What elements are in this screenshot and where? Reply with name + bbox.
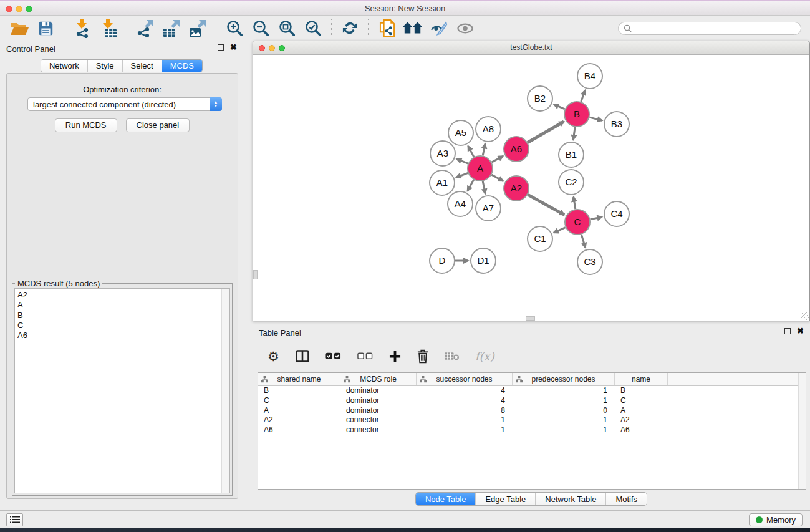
horizontal-scroll-thumb[interactable] [526, 316, 535, 321]
column-header[interactable]: successor nodes [417, 373, 513, 385]
table-toolbar: ⚙ f(x) [259, 342, 804, 370]
graph-edge-A6-B[interactable] [528, 122, 564, 143]
vertical-scroll-thumb[interactable] [253, 270, 258, 279]
search-input[interactable] [632, 24, 796, 32]
tab-network-table[interactable]: Network Table [535, 493, 605, 505]
close-panel-button[interactable]: Close panel [126, 118, 190, 132]
list-item[interactable]: A6 [17, 331, 219, 341]
optimization-criterion-label: Optimization criterion: [7, 85, 238, 94]
zoom-out-button[interactable] [250, 19, 271, 37]
result-list-scrollbar[interactable] [221, 289, 229, 493]
graph-edge-A-A6[interactable] [492, 156, 503, 162]
table-settings-button[interactable]: ⚙ [268, 350, 279, 363]
graph-edge-A-A5[interactable] [468, 146, 475, 157]
table-row[interactable]: Cdominator41C [258, 396, 798, 406]
refresh-layout-button[interactable] [339, 19, 360, 37]
function-builder-button[interactable]: f(x) [475, 350, 494, 363]
list-item[interactable]: A2 [17, 290, 219, 300]
open-folder-icon [10, 21, 29, 36]
graph-edge-C-C3[interactable] [581, 235, 586, 248]
export-table-icon [163, 19, 181, 37]
tab-node-table[interactable]: Node Table [416, 493, 476, 505]
zoom-fit-button[interactable] [276, 19, 297, 37]
graph-edge-A-A1[interactable] [456, 173, 468, 177]
split-view-button[interactable] [296, 350, 309, 362]
tab-style[interactable]: Style [87, 60, 122, 72]
deselect-all-button[interactable] [357, 352, 373, 360]
select-all-button[interactable] [325, 352, 341, 360]
tab-select[interactable]: Select [122, 60, 162, 72]
column-type-icon [420, 376, 427, 383]
graph-edge-A-A8[interactable] [483, 144, 485, 156]
toggle-bird-eye-button[interactable] [455, 19, 476, 37]
export-table-button[interactable] [161, 19, 182, 37]
save-floppy-icon [38, 21, 54, 36]
export-image-icon [189, 19, 207, 37]
column-header[interactable]: MCDS role [340, 373, 417, 385]
zoom-in-button[interactable] [224, 19, 245, 37]
export-image-button[interactable] [187, 19, 208, 37]
table-scrollbar[interactable] [798, 373, 806, 489]
tab-mcds[interactable]: MCDS [162, 60, 202, 72]
show-network-overview-button[interactable] [402, 19, 423, 37]
table-row[interactable]: A6connector11A6 [258, 425, 798, 435]
save-session-button[interactable] [35, 19, 56, 37]
graph-edge-C-C2[interactable] [574, 197, 576, 210]
optimization-criterion-dropdown[interactable]: largest connected component (directed) ▲… [27, 97, 222, 111]
network-canvas[interactable]: B4B2BB3A5A8A6A3B1AA1C2A2A4A7C4CC1DD1C3 [253, 55, 809, 321]
graph-edge-A-A4[interactable] [468, 180, 474, 191]
toggle-graphics-details-button[interactable] [428, 19, 450, 37]
graph-edge-A-A7[interactable] [483, 181, 485, 194]
graph-edge-B-B1[interactable] [573, 127, 575, 140]
toolbar-separator [64, 19, 64, 37]
table-cell: A [258, 406, 340, 416]
list-item[interactable]: C [17, 321, 219, 331]
tab-motifs[interactable]: Motifs [605, 493, 647, 505]
import-network-button[interactable] [72, 19, 93, 37]
network-graph[interactable]: B4B2BB3A5A8A6A3B1AA1C2A2A4A7C4CC1DD1C3 [253, 55, 809, 321]
column-type-icon [261, 376, 268, 383]
control-panel-title: Control Panel [6, 44, 55, 54]
graph-edge-B-B3[interactable] [589, 117, 602, 120]
import-table-icon [100, 19, 117, 38]
import-table-button[interactable] [98, 19, 119, 37]
graph-edge-A-A2[interactable] [491, 175, 503, 181]
graph-edge-C-C1[interactable] [554, 228, 566, 233]
column-header[interactable]: shared name [258, 373, 340, 385]
table-row[interactable]: A2connector11A2 [258, 415, 798, 425]
open-session-button[interactable] [9, 19, 30, 37]
column-header[interactable]: name [615, 373, 668, 385]
resize-grip-icon[interactable] [801, 312, 809, 320]
list-item[interactable]: B [17, 311, 219, 321]
float-panel-icon[interactable] [218, 44, 224, 51]
list-item[interactable]: A [17, 300, 219, 310]
zoom-selected-button[interactable] [302, 19, 324, 37]
table-row[interactable]: Bdominator41B [258, 386, 798, 396]
delete-table-button[interactable] [445, 352, 459, 360]
graph-edge-A2-C[interactable] [528, 195, 564, 215]
add-column-button[interactable] [389, 351, 401, 362]
export-network-button[interactable] [135, 19, 156, 37]
graph-edge-B-B2[interactable] [554, 104, 565, 109]
column-header[interactable]: predecessor nodes [513, 373, 615, 385]
clone-network-button[interactable] [376, 19, 397, 37]
close-table-panel-icon[interactable]: ✖ [797, 328, 804, 334]
graph-edge-A-A3[interactable] [456, 159, 468, 163]
float-table-panel-icon[interactable] [784, 328, 791, 334]
memory-button[interactable]: Memory [749, 513, 803, 526]
tab-network[interactable]: Network [41, 60, 87, 72]
tab-edge-table[interactable]: Edge Table [475, 493, 535, 505]
task-history-button[interactable] [6, 513, 23, 526]
graph-edge-B-B4[interactable] [581, 90, 585, 102]
close-panel-icon[interactable]: ✖ [230, 44, 237, 51]
search-field[interactable] [618, 22, 801, 35]
graph-edge-C-C4[interactable] [591, 217, 602, 220]
mcds-result-listbox: A2ABCA6 [14, 288, 230, 493]
delete-column-button[interactable] [417, 349, 428, 364]
table-row[interactable]: Adominator80A [258, 406, 798, 416]
table-cell: dominator [340, 406, 417, 416]
network-window-titlebar[interactable]: testGlobe.txt [253, 41, 809, 55]
run-mcds-button[interactable]: Run MCDS [55, 118, 117, 132]
memory-label: Memory [766, 515, 796, 525]
toolbar-separator [368, 19, 369, 37]
